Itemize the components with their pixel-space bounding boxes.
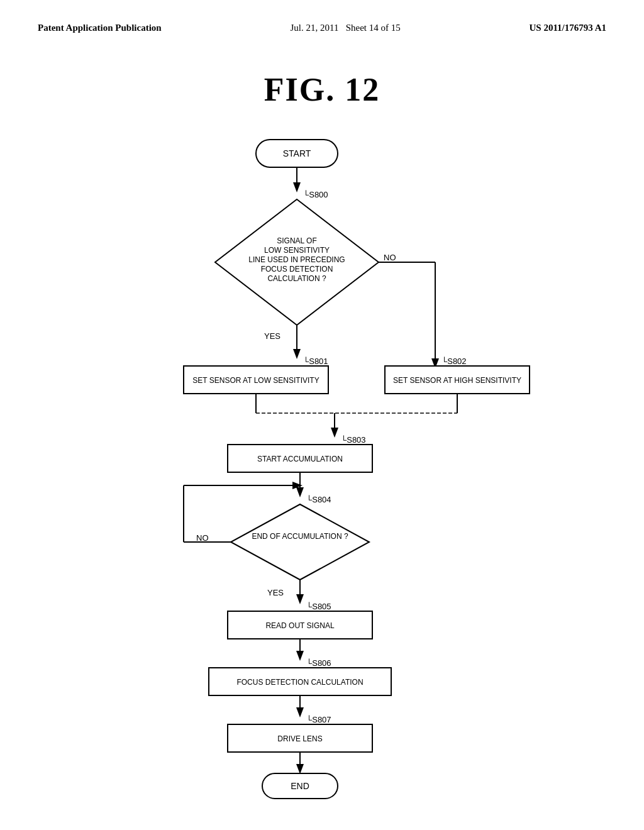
svg-rect-47 <box>228 724 372 752</box>
patent-number: US 2011/176793 A1 <box>529 23 606 33</box>
svg-text:END OF ACCUMULATION ?: END OF ACCUMULATION ? <box>252 532 348 541</box>
svg-rect-0 <box>256 140 338 167</box>
svg-text:DRIVE LENS: DRIVE LENS <box>277 734 322 743</box>
svg-text:SET SENSOR AT HIGH SENSITIVITY: SET SENSOR AT HIGH SENSITIVITY <box>393 376 521 385</box>
svg-text:YES: YES <box>264 331 280 341</box>
svg-text:SET SENSOR AT LOW SENSITIVITY: SET SENSOR AT LOW SENSITIVITY <box>192 376 319 385</box>
svg-text:└S805: └S805 <box>306 602 331 611</box>
svg-text:YES: YES <box>267 588 284 597</box>
svg-text:START: START <box>283 148 311 158</box>
sheet-label: Sheet 14 of 15 <box>346 23 401 33</box>
svg-text:SIGNAL OF: SIGNAL OF <box>277 236 317 245</box>
svg-text:FOCUS DETECTION CALCULATION: FOCUS DETECTION CALCULATION <box>236 678 363 687</box>
svg-rect-50 <box>262 773 338 799</box>
svg-text:START ACCUMULATION: START ACCUMULATION <box>257 455 343 463</box>
svg-text:LOW SENSITIVITY: LOW SENSITIVITY <box>264 246 330 255</box>
svg-rect-14 <box>184 366 328 394</box>
svg-text:CALCULATION ?: CALCULATION ? <box>267 274 326 283</box>
publication-label: Patent Application Publication <box>38 23 162 33</box>
svg-rect-39 <box>228 611 372 639</box>
svg-text:└S806: └S806 <box>306 658 331 668</box>
date-sheet: Jul. 21, 2011 Sheet 14 of 15 <box>290 23 400 33</box>
svg-text:NO: NO <box>384 253 396 262</box>
page-header: Patent Application Publication Jul. 21, … <box>0 0 644 33</box>
svg-marker-30 <box>231 504 369 580</box>
svg-text:└S800: └S800 <box>303 190 328 199</box>
svg-text:FOCUS DETECTION: FOCUS DETECTION <box>261 265 333 274</box>
svg-rect-43 <box>209 668 391 695</box>
svg-text:└S803: └S803 <box>341 435 366 445</box>
svg-text:└S801: └S801 <box>303 357 328 366</box>
figure-title: FIG. 12 <box>0 71 644 108</box>
svg-marker-4 <box>215 199 379 325</box>
svg-text:READ OUT SIGNAL: READ OUT SIGNAL <box>265 621 334 630</box>
flowchart: START └S800 SIGNAL OF LOW SENSITIVITY LI… <box>102 127 542 806</box>
svg-rect-26 <box>228 445 372 472</box>
svg-text:└S802: └S802 <box>441 357 467 366</box>
date-label: Jul. 21, 2011 <box>290 23 338 33</box>
svg-text:END: END <box>291 781 309 791</box>
svg-text:NO: NO <box>196 533 209 543</box>
svg-rect-19 <box>385 366 530 394</box>
svg-text:└S804: └S804 <box>306 495 331 504</box>
svg-text:LINE USED IN PRECEDING: LINE USED IN PRECEDING <box>248 255 345 264</box>
svg-text:└S807: └S807 <box>306 715 331 724</box>
